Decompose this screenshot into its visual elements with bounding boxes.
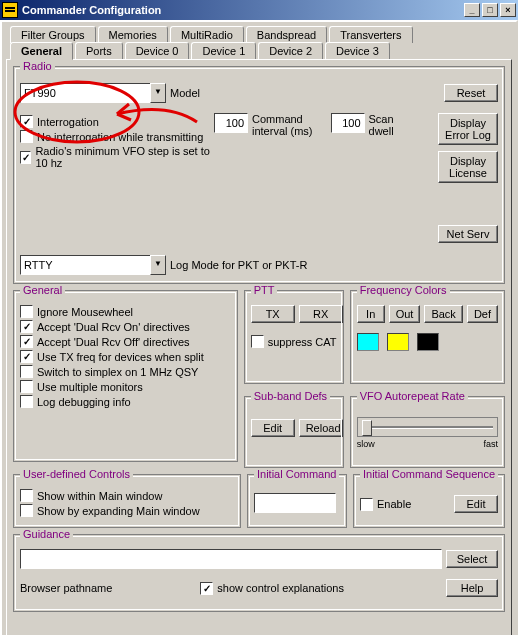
group-title-subband: Sub-band Defs: [251, 390, 330, 402]
chevron-down-icon[interactable]: ▼: [150, 83, 166, 103]
checkbox-dual-rcv-on[interactable]: Accept 'Dual Rcv On' directives: [20, 320, 231, 333]
group-subband: Sub-band Defs Edit Reload: [244, 396, 344, 468]
tab-multiradio[interactable]: MultiRadio: [170, 26, 244, 43]
tab-device-1[interactable]: Device 1: [191, 42, 256, 60]
checkbox-show-expand-main[interactable]: Show by expanding Main window: [20, 504, 234, 517]
init-seq-edit-button[interactable]: Edit: [454, 495, 498, 513]
tab-row-lower: General Ports Device 0 Device 1 Device 2…: [10, 42, 512, 60]
group-title-general: General: [20, 284, 65, 296]
guidance-pathname-input[interactable]: [20, 549, 442, 569]
checkbox-init-seq-enable[interactable]: Enable: [360, 498, 411, 511]
close-button[interactable]: ×: [500, 3, 516, 17]
group-init-cmd: Initial Command: [247, 474, 347, 528]
chevron-down-icon[interactable]: ▼: [150, 255, 166, 275]
tab-ports[interactable]: Ports: [75, 42, 123, 60]
tab-memories[interactable]: Memories: [98, 26, 168, 43]
checkbox-log-debug[interactable]: Log debugging info: [20, 395, 231, 408]
color-swatch-out: [387, 333, 409, 351]
titlebar: Commander Configuration _ □ ×: [0, 0, 518, 20]
model-input[interactable]: [20, 83, 150, 103]
log-mode-input[interactable]: [20, 255, 150, 275]
group-title-vfo-auto: VFO Autorepeat Rate: [357, 390, 468, 402]
group-title-ptt: PTT: [251, 284, 278, 296]
fc-out-button[interactable]: Out: [389, 305, 421, 323]
guidance-pathname-label: Browser pathname: [20, 582, 112, 594]
fc-back-button[interactable]: Back: [424, 305, 462, 323]
checkbox-show-within-main[interactable]: Show within Main window: [20, 489, 234, 502]
net-serv-button[interactable]: Net Serv: [438, 225, 498, 243]
checkbox-dual-rcv-off[interactable]: Accept 'Dual Rcv Off' directives: [20, 335, 231, 348]
color-swatch-in: [357, 333, 379, 351]
group-title-freq-colors: Frequency Colors: [357, 284, 450, 296]
group-radio: Radio ▼ Model Reset Interrogation No int…: [13, 66, 505, 284]
app-icon: [2, 2, 18, 18]
checkbox-multiple-monitors[interactable]: Use multiple monitors: [20, 380, 231, 393]
fc-in-button[interactable]: In: [357, 305, 385, 323]
group-vfo-auto: VFO Autorepeat Rate slowfast: [350, 396, 505, 468]
cmd-interval-label: Command interval (ms): [252, 113, 313, 137]
checkbox-min-vfo[interactable]: Radio's minimum VFO step is set to 10 hz: [20, 145, 210, 169]
model-combo[interactable]: ▼: [20, 83, 166, 103]
log-mode-combo[interactable]: ▼: [20, 255, 166, 275]
minimize-button[interactable]: _: [464, 3, 480, 17]
log-mode-label: Log Mode for PKT or PKT-R: [170, 259, 307, 271]
group-general: General Ignore Mousewheel Accept 'Dual R…: [13, 290, 238, 462]
checkbox-suppress-cat[interactable]: suppress CAT: [251, 335, 337, 348]
tab-device-0[interactable]: Device 0: [125, 42, 190, 60]
model-label: Model: [170, 87, 200, 99]
group-title-guidance: Guidance: [20, 528, 73, 540]
checkbox-simplex-1mhz[interactable]: Switch to simplex on 1 MHz QSY: [20, 365, 231, 378]
scan-dwell-input[interactable]: [331, 113, 365, 133]
select-button[interactable]: Select: [446, 550, 498, 568]
rx-button[interactable]: RX: [299, 305, 343, 323]
reset-button[interactable]: Reset: [444, 84, 498, 102]
group-title-init-cmd: Initial Command: [254, 468, 339, 480]
cmd-interval-input[interactable]: [214, 113, 248, 133]
init-cmd-input[interactable]: [254, 493, 336, 513]
tab-bandspread[interactable]: Bandspread: [246, 26, 327, 43]
checkbox-no-int-tx[interactable]: No interrogation while transmitting: [20, 130, 210, 143]
help-button[interactable]: Help: [446, 579, 498, 597]
tab-filter-groups[interactable]: Filter Groups: [10, 26, 96, 43]
group-ptt: PTT TX RX suppress CAT: [244, 290, 344, 384]
subband-reload-button[interactable]: Reload: [299, 419, 343, 437]
tab-row-upper: Filter Groups Memories MultiRadio Bandsp…: [10, 26, 512, 43]
display-license-button[interactable]: Display License: [438, 151, 498, 183]
group-title-init-seq: Initial Command Sequence: [360, 468, 498, 480]
subband-edit-button[interactable]: Edit: [251, 419, 295, 437]
checkbox-tx-freq-split[interactable]: Use TX freq for devices when split: [20, 350, 231, 363]
checkbox-ignore-mousewheel[interactable]: Ignore Mousewheel: [20, 305, 231, 318]
tab-transverters[interactable]: Transverters: [329, 26, 412, 43]
tx-button[interactable]: TX: [251, 305, 295, 323]
fc-def-button[interactable]: Def: [467, 305, 498, 323]
checkbox-show-explanations[interactable]: show control explanations: [200, 582, 344, 595]
color-swatch-back: [417, 333, 439, 351]
group-title-radio: Radio: [20, 60, 55, 72]
group-title-user-ctrls: User-defined Controls: [20, 468, 133, 480]
group-freq-colors: Frequency Colors In Out Back Def: [350, 290, 505, 384]
display-errorlog-button[interactable]: Display Error Log: [438, 113, 498, 145]
maximize-button[interactable]: □: [482, 3, 498, 17]
vfo-slider[interactable]: [357, 417, 498, 437]
scan-dwell-label: Scan dwell: [369, 113, 394, 137]
window-title: Commander Configuration: [22, 4, 464, 16]
checkbox-interrogation[interactable]: Interrogation: [20, 115, 210, 128]
group-user-ctrls: User-defined Controls Show within Main w…: [13, 474, 241, 528]
tab-device-3[interactable]: Device 3: [325, 42, 390, 60]
tab-general[interactable]: General: [10, 42, 73, 60]
group-init-seq: Initial Command Sequence Enable Edit: [353, 474, 505, 528]
tab-device-2[interactable]: Device 2: [258, 42, 323, 60]
group-guidance: Guidance Select Browser pathname show co…: [13, 534, 505, 612]
